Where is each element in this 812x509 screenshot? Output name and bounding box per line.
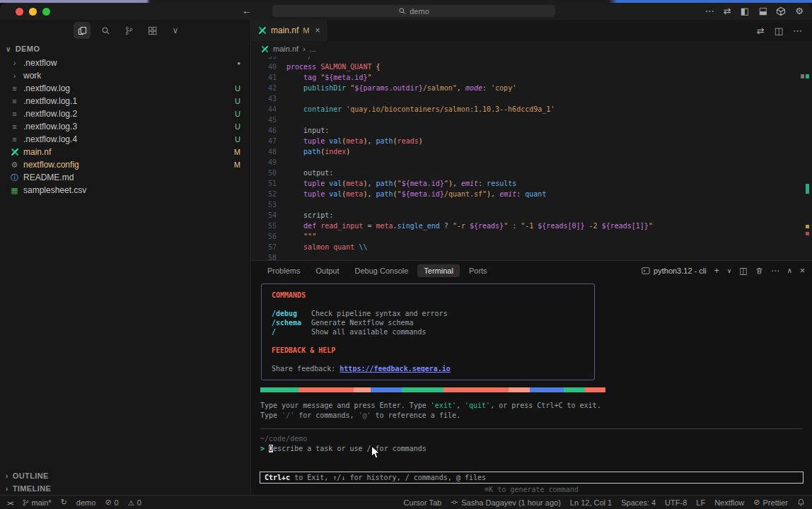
kill-terminal-icon[interactable] (755, 267, 763, 275)
line-number: 47 (251, 136, 277, 146)
history-back-icon[interactable]: ← (242, 5, 252, 16)
explorer-section-header[interactable]: ∨ DEMO (0, 41, 250, 57)
status-demo[interactable]: demo (76, 498, 96, 507)
file-label: .nextflow.log.3 (23, 122, 77, 131)
file-label: .nextflow.log (23, 83, 70, 93)
explorer-icon[interactable] (74, 22, 91, 39)
feedback-link[interactable]: https://feedback.seqera.io (340, 365, 451, 373)
list-item--nextflow-log-4[interactable]: ≡.nextflow.log.4U (0, 133, 250, 146)
status-lf[interactable]: LF (696, 498, 705, 507)
git-status-badge: ● (237, 60, 240, 66)
list-item-work[interactable]: ›work (0, 69, 250, 82)
status-sasha-dagayev-1-hour-ago[interactable]: Sasha Dagayev (1 hour ago) (451, 498, 561, 507)
code-editor[interactable]: 39 */40process SALMON_QUANT {41 tag "${m… (251, 57, 812, 260)
command-name: /debug (272, 309, 311, 318)
split-editor-icon[interactable]: ◫ (775, 25, 783, 36)
vscode-window: ← demo ⋯ ⇄ ◧ ◧ ⚙ (0, 3, 812, 509)
toggle-panel-icon[interactable]: ◧ (755, 7, 770, 16)
error-icon: ⊘ (105, 498, 111, 507)
maximize-window-button[interactable] (42, 8, 50, 16)
close-window-button[interactable] (16, 8, 23, 16)
status-sync-icon[interactable]: ↻ (61, 498, 67, 507)
feedback-row: Share feedback: https://feedback.seqera.… (272, 364, 584, 373)
new-terminal-icon[interactable]: + (714, 266, 719, 276)
list-item-readme-md[interactable]: ⓘREADME.md (0, 171, 250, 184)
toggle-primary-sidebar-icon[interactable]: ◧ (741, 4, 749, 18)
code-line: 54 script: (251, 210, 812, 221)
status-remote-icon[interactable]: >< (7, 498, 13, 507)
list-item-samplesheet-csv[interactable]: ▦samplesheet.csv (0, 184, 250, 197)
breadcrumb[interactable]: main.nf › ... (251, 41, 812, 57)
status-spaces-4[interactable]: Spaces: 4 (621, 498, 656, 507)
progress-gradient-bar (260, 387, 605, 392)
status-main[interactable]: main* (23, 498, 52, 507)
list-item-nextflow-config[interactable]: ⚙nextflow.configM (0, 158, 250, 171)
line-number: 58 (251, 252, 277, 260)
list-item--nextflow-log[interactable]: ≡.nextflow.logU (0, 82, 250, 95)
status-0[interactable]: ⊘0 (105, 498, 118, 507)
settings-gear-icon[interactable]: ⚙ (795, 4, 804, 18)
timeline-section[interactable]: › TIMELINE (0, 482, 250, 495)
status-ln-12-col-1[interactable]: Ln 12, Col 1 (570, 498, 612, 507)
panel-tab-ports[interactable]: Ports (463, 264, 494, 277)
status-0[interactable]: ⚠0 (128, 498, 141, 507)
list-item--nextflow[interactable]: ›.nextflow● (0, 57, 250, 69)
status-nextflow[interactable]: Nextflow (714, 498, 744, 507)
sync-icon[interactable]: ⇄ (724, 4, 731, 18)
status-cursor-tab[interactable]: Cursor Tab (404, 498, 442, 507)
chevron-right-icon: › (6, 485, 8, 493)
status-utf-8[interactable]: UTF-8 (665, 498, 687, 507)
panel-tab-debug-console[interactable]: Debug Console (349, 264, 415, 277)
nextflow-icon (261, 45, 269, 53)
list-item--nextflow-log-3[interactable]: ≡.nextflow.log.3U (0, 120, 250, 133)
line-number: 56 (251, 231, 277, 242)
status-bell-icon[interactable] (797, 498, 805, 506)
terminal[interactable]: COMMANDS /debugCheck pipeline syntax and… (251, 280, 812, 495)
code-text (277, 93, 286, 104)
more-actions-icon[interactable]: ⋯ (705, 4, 714, 18)
more-actions-icon[interactable]: ⋯ (771, 266, 779, 276)
more-actions-icon[interactable]: ⋯ (793, 25, 802, 36)
outline-section[interactable]: › OUTLINE (0, 469, 250, 482)
terminal-dropdown-icon[interactable]: ∨ (727, 267, 732, 274)
panel-tabbar: ProblemsOutputDebug ConsoleTerminalPorts… (251, 261, 812, 280)
code-text: tuple val(meta), path("${meta.id}"), emi… (277, 178, 516, 189)
command-center-search[interactable]: demo (272, 5, 555, 17)
file-label: .nextflow.log.2 (23, 109, 77, 119)
open-changes-icon[interactable]: ⇄ (757, 25, 765, 36)
status-label: Prettier (763, 498, 788, 507)
source-control-icon[interactable] (120, 22, 137, 39)
list-item-main-nf[interactable]: main.nfM (0, 146, 250, 158)
warning-icon: ⚠ (128, 498, 134, 507)
terminal-profile[interactable]: python3.12 - cli (642, 267, 707, 275)
terminal-prompt[interactable]: > Describe a task or use / for commands (260, 445, 812, 452)
close-panel-icon[interactable]: × (800, 266, 805, 276)
titlebar-actions: ⋯ ⇄ ◧ ◧ ⚙ (705, 4, 804, 18)
search-sidebar-icon[interactable] (97, 22, 114, 39)
panel-tab-terminal[interactable]: Terminal (417, 264, 460, 277)
sidebar-spacer (0, 197, 250, 469)
status-label: LF (696, 498, 705, 507)
file-label: work (23, 71, 41, 81)
sync-icon: ↻ (61, 498, 67, 507)
code-text (277, 115, 286, 125)
chevron-right-icon: › (10, 59, 19, 67)
extensions-icon[interactable] (144, 22, 161, 39)
file-label: samplesheet.csv (23, 185, 86, 195)
status-prettier[interactable]: ⊘Prettier (753, 498, 788, 507)
maximize-panel-icon[interactable]: ∧ (787, 267, 792, 274)
tab-main-nf[interactable]: main.nf M × (251, 20, 327, 41)
list-item--nextflow-log-1[interactable]: ≡.nextflow.log.1U (0, 95, 250, 107)
minimize-window-button[interactable] (29, 8, 37, 16)
customize-layout-icon[interactable] (776, 6, 786, 16)
code-line: 56 """ (251, 231, 812, 242)
close-tab-icon[interactable]: × (315, 25, 320, 35)
file-label: main.nf (23, 147, 51, 157)
split-terminal-icon[interactable]: ◫ (739, 266, 747, 276)
panel-tab-problems[interactable]: Problems (261, 264, 306, 277)
status-label: main* (32, 498, 52, 507)
command-name: /schema (272, 318, 311, 327)
panel-tab-output[interactable]: Output (309, 264, 345, 277)
chevron-down-icon[interactable]: ∨ (167, 22, 184, 39)
list-item--nextflow-log-2[interactable]: ≡.nextflow.log.2U (0, 107, 250, 120)
